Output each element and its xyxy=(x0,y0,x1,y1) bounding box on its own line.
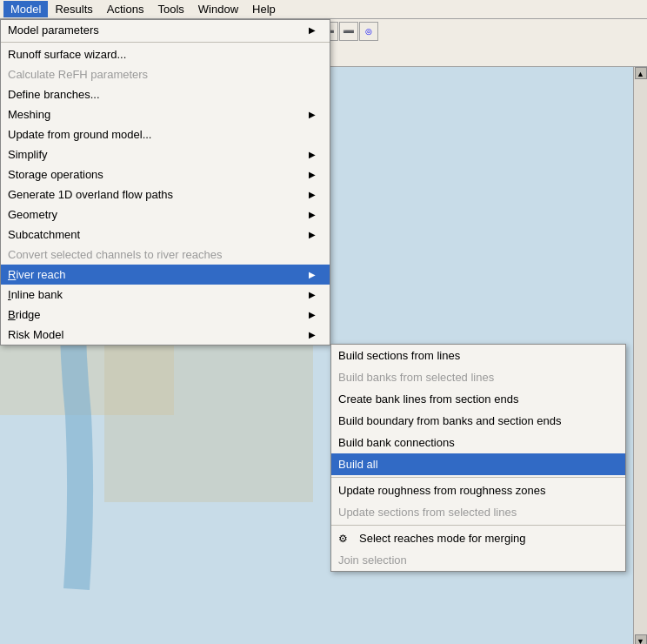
submenu-item-join-selection: Join selection xyxy=(331,549,625,571)
menu-item-risk-model[interactable]: Risk Model ▶ xyxy=(1,325,330,345)
arrow-simplify: ▶ xyxy=(309,150,316,159)
submenu-item-build-boundary[interactable]: Build boundary from banks and section en… xyxy=(331,410,625,432)
arrow-bridge: ▶ xyxy=(309,310,316,319)
submenu-item-create-bank-lines[interactable]: Create bank lines from section ends xyxy=(331,388,625,410)
submenu-item-build-bank-connections[interactable]: Build bank connections xyxy=(331,432,625,453)
scroll-down-btn[interactable]: ▼ xyxy=(635,634,647,644)
arrow-inline-bank: ▶ xyxy=(309,290,316,299)
menu-item-geometry[interactable]: Geometry ▶ xyxy=(1,205,330,225)
menu-item-meshing[interactable]: Meshing ▶ xyxy=(1,104,330,124)
menu-item-river-reach[interactable]: River reach ▶ xyxy=(1,265,330,285)
arrow-river-reach: ▶ xyxy=(309,270,316,279)
arrow-storage-ops: ▶ xyxy=(309,170,316,179)
menu-item-define-branches[interactable]: Define branches... xyxy=(1,84,330,104)
arrow-meshing: ▶ xyxy=(309,110,316,119)
arrow-gen-1d: ▶ xyxy=(309,190,316,199)
menu-item-tools[interactable]: Tools xyxy=(150,1,190,17)
menu-item-window[interactable]: Window xyxy=(191,1,245,17)
menu-item-storage-ops[interactable]: Storage operations ▶ xyxy=(1,164,330,184)
submenu-item-select-reaches[interactable]: ⚙ Select reaches mode for merging xyxy=(331,527,625,549)
model-menu-dropdown: Model parameters ▶ Runoff surface wizard… xyxy=(0,19,330,345)
submenu-sep-1 xyxy=(331,477,625,478)
menu-item-gen-1d[interactable]: Generate 1D overland flow paths ▶ xyxy=(1,184,330,205)
menu-item-results[interactable]: Results xyxy=(48,1,99,17)
menu-item-subcatchment[interactable]: Subcatchment ▶ xyxy=(1,225,330,245)
submenu-item-update-sections: Update sections from selected lines xyxy=(331,501,625,523)
submenu-item-update-roughness[interactable]: Update roughness from roughness zones xyxy=(331,480,625,501)
submenu-sep-2 xyxy=(331,525,625,526)
submenu-item-build-sections[interactable]: Build sections from lines xyxy=(331,345,625,366)
menu-bar: Model Results Actions Tools Window Help xyxy=(0,0,647,19)
scroll-up-btn[interactable]: ▲ xyxy=(635,67,647,79)
menu-item-convert-channels: Convert selected channels to river reach… xyxy=(1,245,330,265)
toolbar-btn-zout[interactable]: ➖ xyxy=(339,22,358,41)
menu-item-inline-bank[interactable]: Inline bank ▶ xyxy=(1,285,330,305)
menu-item-update-ground[interactable]: Update from ground model... xyxy=(1,124,330,144)
submenu-item-build-banks: Build banks from selected lines xyxy=(331,366,625,388)
menu-item-bridge[interactable]: Bridge ▶ xyxy=(1,305,330,325)
menu-item-help[interactable]: Help xyxy=(245,1,283,17)
arrow-model-parameters: ▶ xyxy=(309,25,316,35)
arrow-risk-model: ▶ xyxy=(309,330,316,339)
arrow-subcatchment: ▶ xyxy=(309,230,316,239)
arrow-geometry: ▶ xyxy=(309,210,316,219)
menu-sep-1 xyxy=(1,42,330,43)
river-reach-submenu: Build sections from lines Build banks fr… xyxy=(330,344,626,572)
menu-item-model-parameters[interactable]: Model parameters ▶ xyxy=(1,20,330,40)
menu-item-actions[interactable]: Actions xyxy=(100,1,151,17)
submenu-item-build-all[interactable]: Build all xyxy=(331,453,625,475)
menu-item-simplify[interactable]: Simplify ▶ xyxy=(1,144,330,164)
menu-item-runoff-wizard[interactable]: Runoff surface wizard... xyxy=(1,44,330,64)
menu-item-model[interactable]: Model xyxy=(3,1,48,17)
select-reaches-icon: ⚙ xyxy=(338,533,356,545)
menu-item-refh: Calculate ReFH parameters xyxy=(1,64,330,84)
toolbar-btn-extent[interactable]: ◎ xyxy=(359,22,378,41)
vertical-scrollbar[interactable]: ▲ ▼ xyxy=(633,67,647,644)
